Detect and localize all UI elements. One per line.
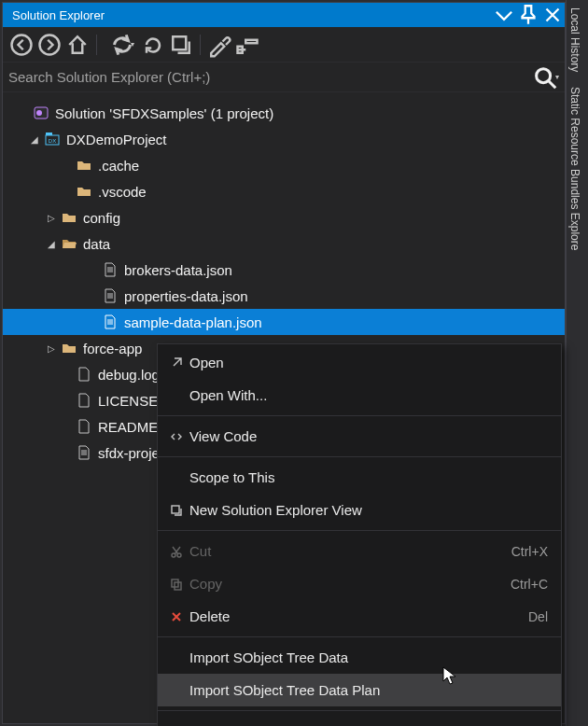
collapse-all-button[interactable] — [168, 32, 194, 58]
svg-text:DX: DX — [49, 138, 56, 144]
panel-title: Solution Explorer — [3, 8, 492, 22]
svg-rect-10 — [172, 506, 179, 513]
svg-rect-3 — [245, 39, 257, 43]
menu-label: Cut — [189, 543, 511, 559]
menu-separator — [158, 456, 561, 457]
node-label: brokers-data.json — [124, 262, 232, 278]
menu-cut: Cut Ctrl+X — [158, 535, 561, 567]
node-label: config — [83, 210, 120, 226]
svg-point-0 — [12, 35, 32, 54]
project-node[interactable]: ◢ DX DXDemoProject — [3, 126, 565, 152]
vertical-tab-local-history[interactable]: Local History — [567, 0, 583, 79]
file-properties-data[interactable]: properties-data.json — [3, 283, 565, 309]
folder-cache[interactable]: ▸ .cache — [3, 152, 565, 178]
svg-point-1 — [40, 35, 60, 54]
menu-shortcut: Del — [528, 609, 548, 624]
node-label: .vscode — [98, 184, 147, 200]
sync-button[interactable] — [103, 32, 138, 58]
file-icon — [76, 444, 92, 461]
menu-label: Copy — [189, 576, 511, 592]
panel-titlebar: Solution Explorer — [3, 3, 565, 27]
toolbar — [3, 27, 565, 63]
node-label: force-app — [83, 341, 142, 356]
node-label: debug.log — [98, 367, 160, 383]
svg-rect-8 — [46, 133, 52, 135]
menu-properties[interactable]: Properties Alt+Enter — [158, 715, 561, 726]
menu-shortcut: Ctrl+X — [511, 544, 548, 559]
refresh-button[interactable] — [140, 32, 166, 58]
code-icon — [163, 429, 189, 444]
menu-copy: Copy Ctrl+C — [158, 567, 561, 600]
file-icon — [102, 314, 119, 330]
pin-button[interactable] — [516, 3, 540, 27]
open-icon — [163, 356, 189, 370]
folder-icon — [61, 340, 77, 356]
menu-label: Open — [189, 355, 548, 370]
menu-label: Delete — [189, 608, 528, 624]
menu-import-sobject-tree-data-plan[interactable]: Import SObject Tree Data Plan — [158, 674, 561, 706]
expander-icon[interactable]: ▷ — [44, 341, 59, 356]
forward-button[interactable] — [36, 32, 63, 58]
solution-node[interactable]: ▾ Solution 'SFDXSamples' (1 project) — [3, 100, 565, 126]
close-button[interactable] — [540, 3, 565, 27]
expander-icon[interactable]: ◢ — [27, 132, 42, 147]
cut-icon — [163, 544, 189, 559]
menu-import-sobject-tree-data[interactable]: Import SObject Tree Data — [158, 641, 561, 674]
dropdown-button[interactable] — [492, 3, 516, 27]
node-label: Solution 'SFDXSamples' (1 project) — [55, 105, 273, 121]
menu-label: Import SObject Tree Data Plan — [189, 682, 548, 698]
search-input[interactable] — [8, 69, 531, 85]
menu-separator — [158, 636, 561, 637]
context-menu: Open Open With... View Code Scope to Thi… — [157, 343, 562, 726]
menu-separator — [158, 530, 561, 531]
project-icon: DX — [44, 131, 61, 147]
folder-data[interactable]: ◢ data — [3, 230, 565, 257]
menu-separator — [158, 415, 561, 416]
node-label: data — [83, 236, 110, 252]
file-icon — [102, 261, 119, 278]
svg-point-6 — [36, 110, 42, 116]
file-icon — [102, 287, 119, 304]
expander-icon[interactable]: ◢ — [44, 236, 59, 251]
vertical-tab-static-resource-bundles[interactable]: Static Resource Bundles Explore — [567, 79, 583, 258]
menu-delete[interactable]: Delete Del — [158, 600, 561, 633]
folder-vscode[interactable]: ▸ .vscode — [3, 178, 565, 204]
svg-point-4 — [537, 68, 551, 82]
folder-open-icon — [61, 235, 77, 252]
search-row — [3, 63, 565, 92]
menu-label: New Solution Explorer View — [189, 502, 548, 518]
folder-config[interactable]: ▷ config — [3, 204, 565, 230]
file-icon — [76, 392, 92, 409]
node-label: .cache — [98, 158, 139, 174]
menu-open[interactable]: Open — [158, 346, 561, 379]
file-icon — [76, 366, 92, 383]
node-label: properties-data.json — [124, 288, 248, 304]
home-button[interactable] — [64, 32, 91, 58]
menu-label: Open With... — [189, 387, 548, 403]
menu-view-code[interactable]: View Code — [158, 420, 561, 453]
copy-icon — [163, 577, 189, 592]
show-all-files-button[interactable] — [234, 32, 260, 58]
menu-label: View Code — [189, 428, 548, 444]
menu-shortcut: Ctrl+C — [511, 577, 548, 592]
menu-separator — [158, 710, 561, 711]
menu-label: Scope to This — [189, 469, 548, 485]
properties-button[interactable] — [206, 32, 232, 58]
file-brokers-data[interactable]: brokers-data.json — [3, 257, 565, 283]
solution-icon — [33, 105, 49, 121]
svg-rect-2 — [173, 36, 186, 49]
node-label: sample-data-plan.json — [124, 314, 262, 330]
vertical-tab-well: Local History Static Resource Bundles Ex… — [566, 0, 588, 726]
folder-icon — [61, 209, 77, 226]
menu-open-with[interactable]: Open With... — [158, 379, 561, 412]
file-sample-data-plan[interactable]: sample-data-plan.json — [3, 309, 565, 335]
folder-icon — [76, 183, 92, 200]
search-button[interactable] — [531, 65, 559, 90]
menu-new-explorer-view[interactable]: New Solution Explorer View — [158, 494, 561, 526]
menu-scope-to-this[interactable]: Scope to This — [158, 461, 561, 494]
back-button[interactable] — [8, 32, 35, 58]
expander-icon[interactable]: ▷ — [44, 210, 59, 225]
delete-icon — [163, 609, 189, 624]
menu-label: Import SObject Tree Data — [189, 649, 548, 665]
toolbar-separator — [200, 35, 201, 55]
